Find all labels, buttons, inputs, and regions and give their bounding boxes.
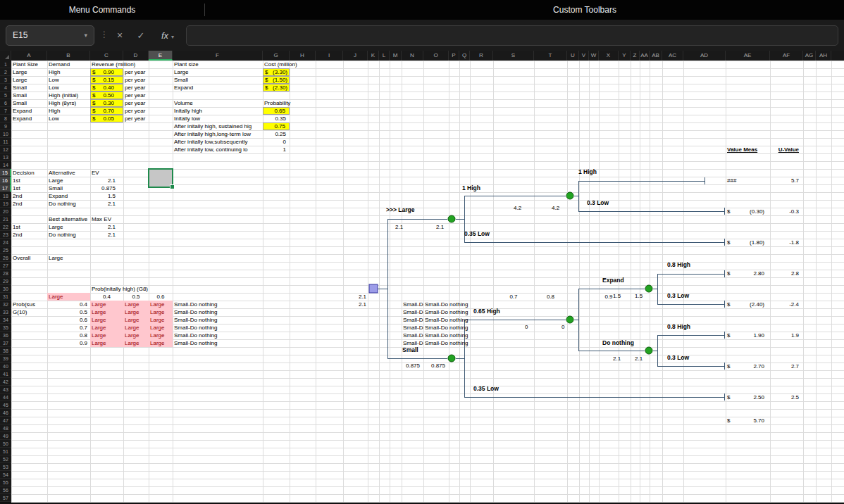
cell-AF44[interactable]: 2.5 (770, 393, 803, 401)
cell-D6[interactable]: per year (123, 99, 149, 107)
row-header-23[interactable]: 23 (0, 231, 11, 239)
cell-G1[interactable]: Cost (million) (263, 61, 290, 68)
cell-F9[interactable]: After initally high, sustained hig (173, 122, 263, 130)
cell-B23[interactable]: Do nothing (47, 231, 90, 239)
row-header-1[interactable]: 1 (0, 61, 11, 68)
row-header-46[interactable]: 46 (0, 409, 11, 417)
cell-B35[interactable]: 0.7 (47, 324, 90, 332)
cell-F12[interactable]: After initally low, continuing lo (173, 146, 263, 153)
column-header-AB[interactable]: AB (650, 51, 662, 61)
cell-C8[interactable]: $0.05 (90, 115, 123, 122)
cell-D37[interactable]: Large (123, 339, 149, 347)
cell-D4[interactable]: per year (123, 84, 149, 92)
row-header-14[interactable]: 14 (0, 161, 11, 169)
cell-E32[interactable]: Large (149, 301, 173, 308)
cell-F37[interactable]: Small-Do nothing (173, 339, 263, 347)
cell-D2[interactable]: per year (123, 68, 149, 76)
cell-E35[interactable]: Large (149, 324, 173, 332)
row-header-27[interactable]: 27 (0, 262, 11, 270)
cell-O35[interactable]: Small-Do nothing (423, 324, 449, 332)
cell-B32[interactable]: 0.4 (47, 301, 90, 308)
row-header-25[interactable]: 25 (0, 246, 11, 254)
cell-A19[interactable]: 2nd (11, 200, 47, 208)
row-header-57[interactable]: 57 (0, 494, 11, 502)
cell-B2[interactable]: High (47, 68, 90, 76)
cell-AE20[interactable]: $(0.30) (726, 208, 770, 215)
cell-C2[interactable]: $0.90 (90, 68, 123, 76)
cell-C23[interactable]: 2.1 (90, 231, 123, 239)
cell-AF40[interactable]: 2.7 (770, 363, 803, 370)
row-header-22[interactable]: 22 (0, 223, 11, 231)
cell-B31[interactable]: Large (47, 293, 90, 301)
insert-function-button[interactable]: fx▾ (152, 25, 183, 46)
fill-handle[interactable] (170, 184, 175, 189)
cell-AF28[interactable]: 2.8 (770, 270, 803, 277)
cell-B34[interactable]: 0.6 (47, 316, 90, 324)
cell-A15[interactable]: Decision (11, 169, 47, 177)
cell-D36[interactable]: Large (123, 332, 149, 339)
active-cell-selection[interactable] (148, 168, 173, 188)
row-header-26[interactable]: 26 (0, 254, 11, 262)
cell-C36[interactable]: Large (90, 332, 123, 339)
column-header-F[interactable]: F (173, 51, 263, 61)
cell-AF24[interactable]: -1.8 (770, 239, 803, 246)
row-header-2[interactable]: 2 (0, 68, 11, 76)
row-header-37[interactable]: 37 (0, 339, 11, 347)
cell-C4[interactable]: $0.40 (90, 84, 123, 92)
cell-G4[interactable]: $(2.30) (263, 84, 290, 92)
name-box[interactable]: ▾ E15 (6, 25, 94, 46)
cell-D34[interactable]: Large (123, 316, 149, 324)
row-header-49[interactable]: 49 (0, 432, 11, 440)
cancel-icon[interactable]: × (110, 25, 130, 46)
cell-A7[interactable]: Expand (11, 107, 47, 115)
cell-C17[interactable]: 0.875 (90, 184, 123, 192)
cell-D7[interactable]: per year (123, 107, 149, 115)
column-header-AF[interactable]: AF (770, 51, 803, 61)
row-header-12[interactable]: 12 (0, 146, 11, 153)
cell-N36[interactable]: Small-Do nothing (402, 332, 423, 339)
row-header-45[interactable]: 45 (0, 401, 11, 409)
cell-A3[interactable]: Large (11, 76, 47, 84)
row-header-42[interactable]: 42 (0, 378, 11, 386)
cell-F10[interactable]: After initally high,long-term low (173, 130, 263, 138)
cell-F3[interactable]: Small (173, 76, 263, 84)
cell-E34[interactable]: Large (149, 316, 173, 324)
row-header-52[interactable]: 52 (0, 455, 11, 463)
row-header-33[interactable]: 33 (0, 308, 11, 316)
row-header-7[interactable]: 7 (0, 107, 11, 115)
cell-F32[interactable]: Small-Do nothing (173, 301, 263, 308)
cell-D8[interactable]: per year (123, 115, 149, 122)
row-header-21[interactable]: 21 (0, 215, 11, 223)
row-header-51[interactable]: 51 (0, 448, 11, 455)
cell-A17[interactable]: 1st (11, 184, 47, 192)
cell-G3[interactable]: $(1.50) (263, 76, 290, 84)
column-header-X[interactable]: X (599, 51, 619, 61)
cell-A32[interactable]: Prob(sus (11, 301, 47, 308)
row-header-53[interactable]: 53 (0, 463, 11, 471)
cell-G10[interactable]: 0.25 (263, 130, 290, 138)
cell-F11[interactable]: After initally low,subsequently (173, 138, 263, 146)
cell-C5[interactable]: $0.50 (90, 92, 123, 99)
cell-C18[interactable]: 1.5 (90, 192, 123, 200)
cell-B18[interactable]: Expand (47, 192, 90, 200)
cell-B7[interactable]: High (47, 107, 90, 115)
row-header-44[interactable]: 44 (0, 393, 11, 401)
column-header-Q[interactable]: Q (459, 51, 470, 61)
cell-F4[interactable]: Expand (173, 84, 263, 92)
cell-O32[interactable]: Small-Do nothing (423, 301, 449, 308)
column-header-AG[interactable]: AG (803, 51, 816, 61)
column-header-AE[interactable]: AE (726, 51, 770, 61)
column-header-D[interactable]: D (123, 51, 149, 61)
cell-N35[interactable]: Small-Do nothing (402, 324, 423, 332)
cell-B21[interactable]: Best alternative (47, 215, 90, 223)
column-header-A[interactable]: A (11, 51, 47, 61)
cell-B26[interactable]: Large (47, 254, 90, 262)
cell-S31[interactable]: 0.7 (493, 293, 534, 301)
column-header-P[interactable]: P (449, 51, 459, 61)
column-header-S[interactable]: S (493, 51, 534, 61)
cell-G7[interactable]: 0.65 (263, 107, 290, 115)
cell-D3[interactable]: per year (123, 76, 149, 84)
cell-O36[interactable]: Small-Do nothing (423, 332, 449, 339)
cell-B22[interactable]: Large (47, 223, 90, 231)
cell-AE32[interactable]: $(2.40) (726, 301, 770, 308)
